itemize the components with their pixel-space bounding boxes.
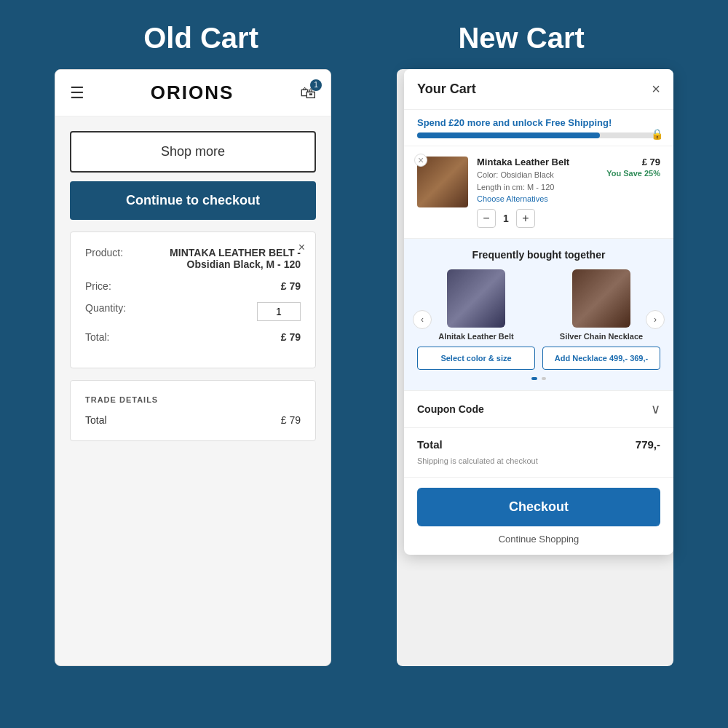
total-section: Total 779,- Shipping is calculated at ch…: [404, 428, 673, 478]
trade-total-value: £ 79: [281, 414, 301, 426]
checkout-section: Checkout Continue Shopping: [404, 478, 673, 555]
coupon-chevron-icon: ∨: [651, 401, 660, 417]
fbt-title: Frequently bought together: [417, 249, 660, 261]
checkout-button[interactable]: Checkout: [417, 488, 660, 526]
price-label: Price:: [85, 280, 111, 292]
product-price-row: Price: £ 79: [85, 280, 301, 292]
item-length: Length in cm: M - 120: [477, 181, 598, 194]
trade-total-label: Total: [85, 414, 107, 426]
fbt-item-2: Silver Chain Necklace Add Necklace 499,-…: [542, 269, 660, 370]
item-close-icon[interactable]: ×: [414, 154, 427, 167]
total-amount: 779,-: [636, 438, 660, 451]
orions-logo: ORIONS: [151, 82, 234, 104]
fbt-item-2-name: Silver Chain Necklace: [542, 332, 660, 341]
shipping-text: Spend £20 more and unlock Free Shipping!: [417, 117, 660, 128]
item-details: Mintaka Leather Belt Color: Obsidian Bla…: [477, 157, 598, 228]
item-save-text: You Save 25%: [606, 169, 660, 178]
hamburger-icon[interactable]: ☰: [70, 84, 84, 103]
shipping-banner: Spend £20 more and unlock Free Shipping!…: [404, 110, 673, 146]
fbt-img-1: [447, 269, 505, 328]
product-total-row: Total: £ 79: [85, 331, 301, 343]
old-cart-body: Shop more Continue to checkout × Product…: [55, 116, 331, 456]
product-close-icon[interactable]: ×: [298, 241, 305, 254]
fbt-item-1-name: Alnitak Leather Belt: [417, 332, 535, 341]
shipping-note: Shipping is calculated at checkout: [417, 456, 538, 465]
fbt-dot-active: [531, 377, 537, 380]
fbt-section: Frequently bought together ‹ Alnitak Lea…: [404, 239, 673, 391]
quantity-label: Quantity:: [85, 302, 126, 321]
trade-title: TRADE DETAILS: [85, 395, 301, 404]
qty-plus-button[interactable]: +: [516, 209, 535, 228]
new-cart-container: Your Cart × Spend £20 more and unlock Fr…: [397, 69, 673, 666]
fbt-prev-button[interactable]: ‹: [413, 310, 432, 329]
lock-icon: 🔒: [651, 128, 663, 140]
new-cart-header: Your Cart ×: [404, 69, 673, 110]
item-price: £ 79: [606, 157, 660, 167]
coupon-section[interactable]: Coupon Code ∨: [404, 391, 673, 428]
product-label: Product:: [85, 247, 123, 270]
fbt-belt-image: [447, 269, 505, 328]
product-quantity-row: Quantity:: [85, 302, 301, 321]
fbt-dot-inactive: [542, 377, 546, 380]
shop-more-button[interactable]: Shop more: [70, 131, 316, 173]
item-name: Mintaka Leather Belt: [477, 157, 598, 167]
price-value: £ 79: [281, 280, 301, 292]
item-alternatives-link[interactable]: Choose Alternatives: [477, 194, 598, 203]
fbt-necklace-image: [572, 269, 630, 328]
old-cart-panel: ☰ ORIONS 🛍 1 Shop more Continue to check…: [55, 69, 331, 666]
old-cart-heading: Old Cart: [143, 22, 258, 55]
old-cart-product-box: × Product: MINTAKA LEATHER BELT - Obsidi…: [70, 232, 316, 368]
total-label: Total:: [85, 331, 109, 343]
continue-shopping-link[interactable]: Continue Shopping: [417, 534, 660, 545]
cart-item-row: × Mintaka Leather Belt Color: Obsidian B…: [404, 146, 673, 239]
fbt-add-button[interactable]: Add Necklace 499,- 369,-: [542, 347, 660, 370]
fbt-next-button[interactable]: ›: [646, 310, 665, 329]
qty-number: 1: [503, 213, 509, 224]
product-name-value: MINTAKA LEATHER BELT - Obsidian Black, M…: [155, 247, 301, 270]
product-name-row: Product: MINTAKA LEATHER BELT - Obsidian…: [85, 247, 301, 270]
total-label: Total: [417, 438, 443, 451]
quantity-stepper: − 1 +: [477, 209, 598, 228]
progress-bar-track: [417, 132, 660, 138]
progress-bar-fill: [417, 132, 600, 138]
fbt-items: ‹ Alnitak Leather Belt Select color & si…: [417, 269, 660, 370]
new-cart-panel: Your Cart × Spend £20 more and unlock Fr…: [404, 69, 673, 555]
fbt-select-button[interactable]: Select color & size: [417, 347, 535, 370]
total-value: £ 79: [281, 331, 301, 343]
new-cart-title: Your Cart: [417, 82, 476, 97]
coupon-label: Coupon Code: [417, 403, 484, 415]
fbt-item-1: Alnitak Leather Belt Select color & size: [417, 269, 535, 370]
cart-icon-wrapper[interactable]: 🛍 1: [300, 84, 316, 103]
old-cart-navbar: ☰ ORIONS 🛍 1: [55, 70, 331, 116]
cart-badge: 1: [310, 79, 322, 91]
trade-total-row: Total £ 79: [85, 414, 301, 426]
new-cart-close-button[interactable]: ×: [652, 81, 660, 98]
fbt-dots: [417, 377, 660, 380]
item-color: Color: Obsidian Black: [477, 169, 598, 181]
new-cart-heading: New Cart: [458, 22, 584, 55]
trade-details-box: TRADE DETAILS Total £ 79: [70, 380, 316, 441]
continue-checkout-button[interactable]: Continue to checkout: [70, 181, 316, 220]
item-price-col: £ 79 You Save 25%: [606, 157, 660, 228]
fbt-img-2: [572, 269, 630, 328]
qty-minus-button[interactable]: −: [477, 209, 496, 228]
total-row: Total 779,-: [417, 438, 660, 451]
quantity-input[interactable]: [257, 302, 301, 321]
progress-bar-container: 🔒: [417, 132, 660, 138]
